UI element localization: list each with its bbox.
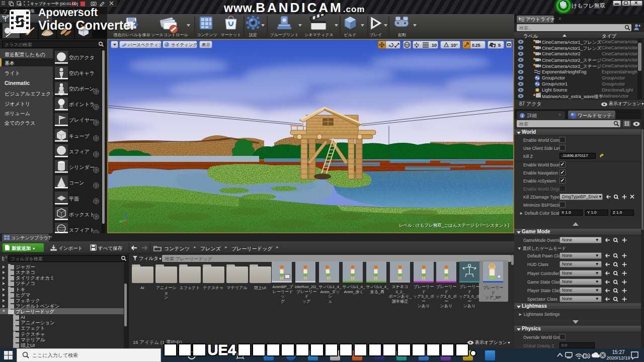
svg-text:?: ? <box>95 89 98 94</box>
svg-text:?: ? <box>95 199 98 204</box>
svg-text:10: 10 <box>432 43 437 48</box>
svg-text:?: ? <box>95 152 98 157</box>
svg-text:?: ? <box>95 136 98 141</box>
svg-text:?: ? <box>95 168 98 172</box>
svg-text:0.25: 0.25 <box>472 43 480 48</box>
svg-text:?: ? <box>95 184 98 188</box>
svg-text:?: ? <box>95 121 98 125</box>
svg-text:5: 5 <box>498 43 501 48</box>
svg-text:?: ? <box>95 215 98 219</box>
svg-text:?: ? <box>95 105 98 110</box>
svg-text:10°: 10° <box>451 43 458 48</box>
